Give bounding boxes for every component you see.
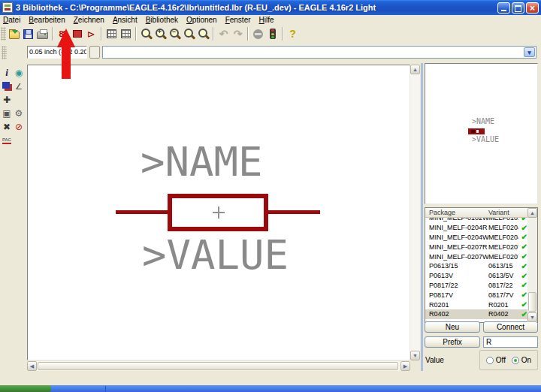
prefix-button[interactable]: Prefix <box>425 336 480 348</box>
scroll-down-icon[interactable]: ▼ <box>410 351 420 360</box>
panel-splitter[interactable] <box>421 63 423 371</box>
table-row[interactable]: R0201R0201✔ <box>425 300 537 309</box>
parambar-grip[interactable] <box>2 46 7 59</box>
display-tool[interactable] <box>1 80 13 93</box>
table-row-selected[interactable]: R0402R0402✔ <box>425 309 537 319</box>
zoom-out-button[interactable]: − <box>168 28 181 41</box>
app-icon <box>2 2 13 13</box>
save-button[interactable] <box>22 28 35 41</box>
menu-zeichnen[interactable]: Zeichnen <box>74 16 104 24</box>
stop-button[interactable] <box>252 28 264 41</box>
zoom-fit-button[interactable] <box>140 28 153 41</box>
resistor-left-lead <box>116 210 168 214</box>
table-row[interactable]: MINI_MELF-0207RMELF0207R✔ <box>425 242 537 252</box>
toolbar-separator <box>135 27 137 41</box>
chevron-down-icon[interactable]: ▾ <box>524 47 535 57</box>
table-rows: MINI_MELF-0102WMELF0102W✔ MINI_MELF-0204… <box>425 213 537 319</box>
menu-ansicht[interactable]: Ansicht <box>113 16 138 24</box>
table-row[interactable]: P0613/150613/15✔ <box>425 261 537 271</box>
scroll-up-icon[interactable]: ▲ <box>527 208 537 218</box>
change-tool[interactable]: ⚙ <box>13 107 25 120</box>
canvas-horizontal-scrollbar[interactable]: ◀ ▶ <box>27 361 410 371</box>
open-library-button[interactable] <box>8 28 20 41</box>
column-variant[interactable]: Variant <box>488 208 509 217</box>
neu-button[interactable]: Neu <box>425 321 480 333</box>
mark-tool[interactable]: ∠ <box>13 80 25 93</box>
menu-hilfe[interactable]: Hilfe <box>259 16 274 24</box>
zoom-select-button[interactable] <box>197 28 210 41</box>
table-header[interactable]: Package Variant <box>425 208 537 218</box>
menu-bearbeiten[interactable]: Bearbeiten <box>29 16 65 24</box>
move-tool[interactable]: ✚ <box>1 93 13 107</box>
zoom-in-button[interactable]: + <box>154 28 167 41</box>
value-placeholder-text: >VALUE <box>142 235 289 276</box>
undo-button[interactable]: ↶ <box>217 28 230 41</box>
pin-tool[interactable]: ⊘ <box>13 120 25 134</box>
close-button[interactable]: × <box>526 2 539 14</box>
taskbar-divider <box>105 386 106 392</box>
annotation-arrow-head <box>57 29 75 47</box>
table-row[interactable]: MINI_MELF-0207WMELF0207W✔ <box>425 252 537 261</box>
radio-on-icon <box>512 357 519 364</box>
column-package[interactable]: Package <box>425 208 488 217</box>
library-table-button-1[interactable] <box>105 28 118 41</box>
resistor-right-lead <box>267 210 320 214</box>
check-icon: ✔ <box>518 252 527 261</box>
value-radio-group: Off On <box>479 350 538 370</box>
toolbar-separator <box>282 27 283 41</box>
copy-tool[interactable]: ▣ <box>1 107 13 120</box>
table-row[interactable]: MINI_MELF-0204WMELF0204W✔ <box>425 233 537 243</box>
prefix-field[interactable]: R <box>483 336 538 348</box>
name-placeholder-text: >NAME <box>141 142 263 182</box>
table-row[interactable]: P0817/220817/22✔ <box>425 281 537 291</box>
canvas-vertical-scrollbar[interactable]: ▲ ▼ <box>410 65 420 360</box>
table-row[interactable]: P0613V0613/5V✔ <box>425 271 537 281</box>
zoom-out-icon: − <box>169 28 181 40</box>
table-row[interactable]: P0817V0817/7V✔ <box>425 290 537 300</box>
horizontal-scroll-thumb[interactable] <box>38 362 398 370</box>
go-button[interactable] <box>266 28 279 41</box>
value-off-radio[interactable]: Off <box>486 356 506 364</box>
library-table-button-2[interactable] <box>119 28 132 41</box>
delete-tool[interactable]: ✖ <box>1 120 13 134</box>
connect-button[interactable]: Connect <box>483 321 538 333</box>
package-tool[interactable]: PAC <box>1 134 13 147</box>
table-scrollbar[interactable]: ▲ ▼ <box>527 208 537 322</box>
menu-fenster[interactable]: Fenster <box>225 16 251 24</box>
info-tool[interactable]: i <box>1 66 13 80</box>
toolbar-grip[interactable] <box>1 27 6 41</box>
title-bar[interactable]: 3 Bibliothek - C:\Programme\EAGLE-4.16r2… <box>0 0 541 15</box>
scroll-right-icon[interactable]: ▶ <box>400 361 410 371</box>
table-scroll-thumb[interactable] <box>528 292 536 312</box>
value-label: Value <box>425 356 444 364</box>
value-on-radio[interactable]: On <box>512 356 531 364</box>
check-icon: ✔ <box>518 310 527 318</box>
print-button[interactable] <box>36 28 49 41</box>
scroll-up-icon[interactable]: ▲ <box>410 65 420 74</box>
menu-bibliothek[interactable]: Bibliothek <box>146 16 178 24</box>
menu-optionen[interactable]: Optionen <box>186 16 217 24</box>
show-tool[interactable]: ◉ <box>13 66 25 80</box>
help-button[interactable]: ? <box>286 28 299 41</box>
edit-symbol-button[interactable]: ⊳ <box>85 28 98 41</box>
drawing-canvas[interactable]: >NAME >VALUE <box>27 65 410 360</box>
coordinate-mini-button[interactable] <box>89 46 100 59</box>
scroll-left-icon[interactable]: ◀ <box>27 361 37 371</box>
symbol-gate-icon: ⊳ <box>87 29 95 40</box>
restore-button[interactable] <box>512 2 524 14</box>
minimize-button[interactable] <box>497 2 510 14</box>
start-button[interactable] <box>0 385 51 392</box>
redo-button[interactable]: ↷ <box>231 28 244 41</box>
menu-bar: Datei Bearbeiten Zeichnen Ansicht Biblio… <box>0 15 541 25</box>
scroll-down-icon[interactable]: ▼ <box>527 312 537 322</box>
menu-datei[interactable]: Datei <box>3 16 20 24</box>
table-grid-icon <box>121 29 131 38</box>
open-folder-icon <box>9 32 20 39</box>
windows-taskbar[interactable] <box>0 385 541 392</box>
table-row[interactable]: MINI_MELF-0204RMELF0204R✔ <box>425 223 537 233</box>
zoom-redraw-button[interactable] <box>183 28 195 41</box>
device-preview-pane: >NAME >VALUE <box>425 63 538 204</box>
save-floppy-icon <box>23 29 33 39</box>
preview-package-icon <box>468 128 485 134</box>
command-combobox[interactable]: ▾ <box>102 46 536 59</box>
